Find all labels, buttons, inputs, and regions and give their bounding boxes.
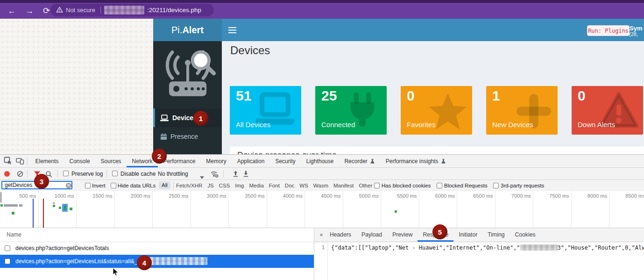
invert-label[interactable]: Invert xyxy=(92,183,106,188)
request-table: Name devices.php?action=getDevicesTotals… xyxy=(0,228,314,280)
tab-memory[interactable]: Memory xyxy=(201,155,232,167)
request-checkbox[interactable] xyxy=(5,258,10,264)
stat-label: Favorites xyxy=(407,121,436,129)
tab-recorder[interactable]: Recorder xyxy=(339,155,380,167)
filter-chip-css[interactable]: CSS xyxy=(219,183,230,188)
tab-performance-insights[interactable]: Performance insights xyxy=(380,155,451,167)
filter-chip-doc[interactable]: Doc xyxy=(285,183,294,188)
filter-chip-fetch-xhr[interactable]: Fetch/XHR xyxy=(176,183,202,188)
preserve-log-label[interactable]: Preserve log xyxy=(71,171,103,177)
timeline-gridline xyxy=(533,191,533,228)
export-har-icon[interactable] xyxy=(243,170,249,179)
filter-chip-js[interactable]: JS xyxy=(207,183,213,188)
inspect-element-icon[interactable] xyxy=(4,157,12,167)
devtools-panel: Elements Console Sources Network Perform… xyxy=(0,154,644,280)
stat-card-all-devices[interactable]: 51 All Devices xyxy=(230,86,301,135)
import-har-icon[interactable] xyxy=(233,170,239,179)
stat-card-down-alerts[interactable]: 0 Down Alerts xyxy=(572,86,643,135)
hide-data-urls-label[interactable]: Hide data URLs xyxy=(118,183,156,188)
filter-chip-font[interactable]: Font xyxy=(269,183,280,188)
device-toolbar-icon[interactable] xyxy=(16,157,24,167)
tab-timing[interactable]: Timing xyxy=(482,228,510,242)
timeline-tick-label: 5000 ms xyxy=(352,193,379,199)
filter-chip-img[interactable]: Img xyxy=(235,183,244,188)
disable-cache-label[interactable]: Disable cache xyxy=(120,171,156,177)
timeline-tick-label: 3000 ms xyxy=(199,193,226,199)
name-column-header[interactable]: Name xyxy=(7,231,21,238)
sidebar-item-devices[interactable]: Devices xyxy=(153,108,222,127)
waterfall-mark xyxy=(53,205,55,207)
devtools-tabbar: Elements Console Sources Network Perform… xyxy=(0,155,644,168)
stat-card-favorites[interactable]: 0 Favorites xyxy=(401,86,472,135)
timeline-tick-label: 2000 ms xyxy=(123,193,150,199)
waterfall-mark xyxy=(33,199,34,228)
filter-chip-wasm[interactable]: Wasm xyxy=(313,183,328,188)
preserve-log-checkbox[interactable] xyxy=(63,171,69,176)
tab-console[interactable]: Console xyxy=(64,155,95,167)
filter-chip-all[interactable]: All xyxy=(159,181,170,189)
tab-initiator[interactable]: Initiator xyxy=(453,228,482,242)
tab-sources[interactable]: Sources xyxy=(95,155,127,167)
filter-type-chips: Fetch/XHR JS CSS Img Media Font Doc WS W… xyxy=(176,180,372,191)
header-partial-count: (28, xyxy=(629,31,638,37)
toolbar-divider xyxy=(27,158,28,165)
tab-elements[interactable]: Elements xyxy=(30,155,64,167)
timeline-gridline xyxy=(571,191,572,228)
screen: ← → ⟳ Not secure :20211/devices.php Pi.A… xyxy=(0,0,644,280)
reload-icon[interactable]: ⟳ xyxy=(43,7,50,15)
waterfall-mark xyxy=(53,202,55,204)
tab-lighthouse[interactable]: Lighthouse xyxy=(301,155,339,167)
hide-data-urls-checkbox[interactable] xyxy=(111,183,116,188)
network-filterbar: ✕ Invert Hide data URLs All Fetch/XHR JS… xyxy=(0,180,644,192)
mouse-cursor xyxy=(113,267,119,279)
filter-chip-other[interactable]: Other xyxy=(359,183,372,188)
request-row-totals[interactable]: devices.php?action=getDevicesTotals xyxy=(0,242,314,255)
browser-toolbar: ← → ⟳ Not secure :20211/devices.php xyxy=(0,0,644,19)
blocked-requests-label[interactable]: Blocked Requests xyxy=(444,183,488,188)
run-plugins-button[interactable]: Run: Plugins xyxy=(587,25,630,36)
tab-security[interactable]: Security xyxy=(270,155,301,167)
tab-headers[interactable]: Headers xyxy=(325,228,356,242)
forward-icon[interactable]: → xyxy=(25,7,34,15)
stat-card-new-devices[interactable]: 1 New Devices xyxy=(486,86,558,135)
request-row-devices-list[interactable]: devices.php?action=getDevicesList&status… xyxy=(0,255,314,268)
filter-chip-media[interactable]: Media xyxy=(249,183,264,188)
throttling-select[interactable]: No throttling xyxy=(158,171,188,177)
router-scan-logo-icon xyxy=(159,46,216,100)
waterfall-mark xyxy=(0,204,3,207)
stat-value: 0 xyxy=(578,88,586,104)
hamburger-menu-icon[interactable] xyxy=(228,27,236,28)
stat-card-connected[interactable]: 25 Connected xyxy=(315,86,387,135)
clear-filter-icon[interactable]: ✕ xyxy=(66,183,71,188)
back-icon[interactable]: ← xyxy=(7,7,16,15)
invert-checkbox[interactable] xyxy=(85,183,91,188)
not-secure-label: Not secure xyxy=(66,7,95,14)
waterfall-mark xyxy=(12,212,14,215)
request-checkbox[interactable] xyxy=(5,245,10,251)
has-blocked-cookies-checkbox[interactable] xyxy=(374,183,380,188)
third-party-requests-label[interactable]: 3rd-party requests xyxy=(501,183,544,188)
record-network-log-icon[interactable] xyxy=(4,171,10,177)
url-text: :20211/devices.php xyxy=(147,7,201,14)
filter-chip-ws[interactable]: WS xyxy=(299,183,308,188)
disable-cache-checkbox[interactable] xyxy=(112,171,118,176)
clear-network-log-icon[interactable] xyxy=(17,171,23,179)
timeline-tick-label: 6500 ms xyxy=(466,193,493,199)
pialert-logo[interactable]: Pi.Alert xyxy=(153,19,222,41)
timeline-gridline xyxy=(76,191,77,228)
request-table-header[interactable]: Name xyxy=(0,228,314,242)
network-conditions-icon[interactable] xyxy=(210,170,219,179)
tab-application[interactable]: Application xyxy=(232,155,270,167)
waterfall-mark xyxy=(70,208,72,210)
filter-chip-manifest[interactable]: Manifest xyxy=(333,183,354,188)
has-blocked-cookies-label[interactable]: Has blocked cookies xyxy=(382,183,431,188)
annotation-badge-2: 2 xyxy=(152,149,167,164)
address-bar[interactable]: Not secure :20211/devices.php xyxy=(50,4,214,16)
tab-preview[interactable]: Preview xyxy=(387,228,418,242)
third-party-requests-checkbox[interactable] xyxy=(493,183,499,188)
tab-payload[interactable]: Payload xyxy=(356,228,387,242)
blocked-requests-checkbox[interactable] xyxy=(437,183,442,188)
close-icon[interactable] xyxy=(318,228,325,242)
sidebar-item-presence[interactable]: Presence xyxy=(153,127,222,146)
tab-cookies[interactable]: Cookies xyxy=(510,228,540,242)
